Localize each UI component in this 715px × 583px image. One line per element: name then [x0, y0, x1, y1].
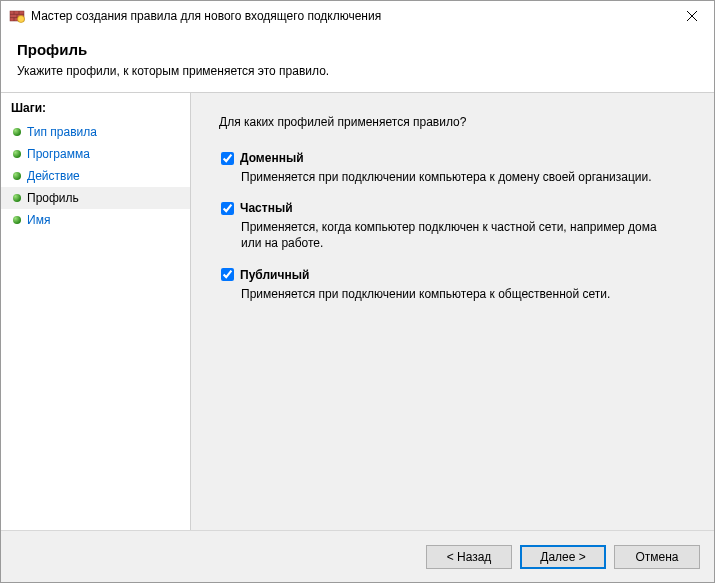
option-label[interactable]: Публичный: [240, 268, 309, 282]
step-label: Программа: [27, 147, 90, 161]
page-title: Профиль: [17, 41, 698, 58]
step-action[interactable]: Действие: [1, 165, 190, 187]
content-pane: Для каких профилей применяется правило? …: [191, 93, 714, 530]
option-private: Частный Применяется, когда компьютер под…: [221, 201, 686, 251]
option-label[interactable]: Доменный: [240, 151, 304, 165]
steps-heading: Шаги:: [1, 99, 190, 121]
wizard-footer: < Назад Далее > Отмена: [1, 530, 714, 582]
step-program[interactable]: Программа: [1, 143, 190, 165]
checkbox-private[interactable]: [221, 202, 234, 215]
steps-sidebar: Шаги: Тип правила Программа Действие Про…: [1, 93, 191, 530]
step-label: Профиль: [27, 191, 79, 205]
wizard-window: Мастер создания правила для нового входя…: [0, 0, 715, 583]
firewall-icon: [9, 8, 25, 24]
window-title: Мастер создания правила для нового входя…: [31, 9, 669, 23]
close-button[interactable]: [669, 1, 714, 31]
checkbox-public[interactable]: [221, 268, 234, 281]
svg-point-8: [18, 16, 25, 23]
option-label[interactable]: Частный: [240, 201, 293, 215]
profile-question: Для каких профилей применяется правило?: [219, 115, 686, 129]
option-domain: Доменный Применяется при подключении ком…: [221, 151, 686, 185]
option-desc: Применяется, когда компьютер подключен к…: [241, 219, 671, 251]
close-icon: [687, 11, 697, 21]
titlebar: Мастер создания правила для нового входя…: [1, 1, 714, 31]
bullet-icon: [13, 150, 21, 158]
step-label: Тип правила: [27, 125, 97, 139]
step-label: Имя: [27, 213, 50, 227]
step-label: Действие: [27, 169, 80, 183]
next-button[interactable]: Далее >: [520, 545, 606, 569]
cancel-button[interactable]: Отмена: [614, 545, 700, 569]
bullet-icon: [13, 172, 21, 180]
back-button[interactable]: < Назад: [426, 545, 512, 569]
wizard-body: Шаги: Тип правила Программа Действие Про…: [1, 92, 714, 530]
bullet-icon: [13, 128, 21, 136]
option-public: Публичный Применяется при подключении ко…: [221, 268, 686, 302]
page-subtitle: Укажите профили, к которым применяется э…: [17, 64, 698, 78]
wizard-header: Профиль Укажите профили, к которым приме…: [1, 31, 714, 92]
step-profile: Профиль: [1, 187, 190, 209]
option-desc: Применяется при подключении компьютера к…: [241, 169, 671, 185]
step-rule-type[interactable]: Тип правила: [1, 121, 190, 143]
bullet-icon: [13, 216, 21, 224]
step-name[interactable]: Имя: [1, 209, 190, 231]
checkbox-domain[interactable]: [221, 152, 234, 165]
bullet-icon: [13, 194, 21, 202]
option-desc: Применяется при подключении компьютера к…: [241, 286, 671, 302]
